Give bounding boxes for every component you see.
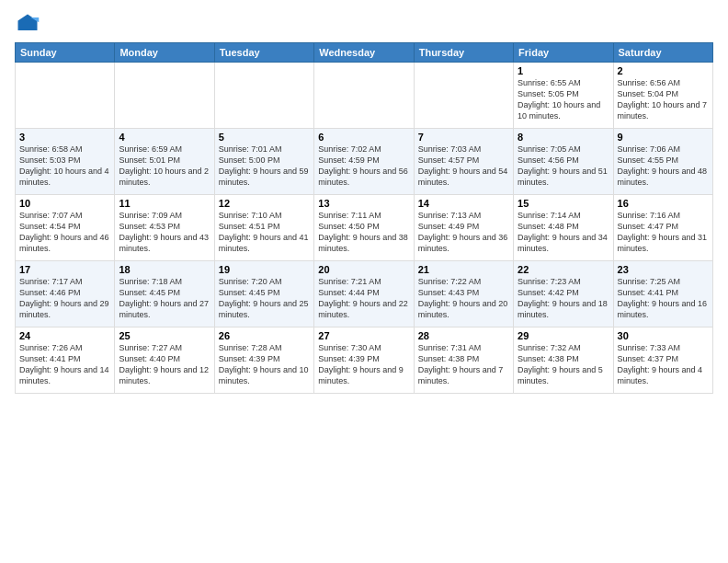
calendar-cell: 18Sunrise: 7:18 AM Sunset: 4:45 PM Dayli… (115, 261, 214, 327)
day-number: 6 (318, 132, 409, 143)
weekday-header: Tuesday (214, 43, 313, 63)
logo-icon (15, 11, 40, 37)
day-info: Sunrise: 7:31 AM Sunset: 4:38 PM Dayligh… (418, 342, 509, 387)
calendar-cell: 24Sunrise: 7:26 AM Sunset: 4:41 PM Dayli… (16, 327, 115, 394)
calendar-cell: 19Sunrise: 7:20 AM Sunset: 4:45 PM Dayli… (214, 261, 313, 327)
calendar-cell: 1Sunrise: 6:55 AM Sunset: 5:05 PM Daylig… (514, 63, 613, 129)
day-number: 1 (518, 65, 609, 76)
header (15, 11, 713, 37)
day-info: Sunrise: 7:20 AM Sunset: 4:45 PM Dayligh… (219, 276, 310, 321)
calendar-cell: 5Sunrise: 7:01 AM Sunset: 5:00 PM Daylig… (214, 129, 313, 195)
day-info: Sunrise: 7:23 AM Sunset: 4:42 PM Dayligh… (518, 276, 609, 321)
calendar-header-row: SundayMondayTuesdayWednesdayThursdayFrid… (16, 43, 713, 63)
calendar-cell: 15Sunrise: 7:14 AM Sunset: 4:48 PM Dayli… (514, 195, 613, 261)
day-info: Sunrise: 7:03 AM Sunset: 4:57 PM Dayligh… (418, 144, 509, 189)
day-number: 20 (318, 264, 409, 275)
day-number: 30 (618, 330, 709, 341)
day-number: 7 (418, 132, 509, 143)
day-info: Sunrise: 7:26 AM Sunset: 4:41 PM Dayligh… (19, 342, 110, 387)
day-number: 5 (219, 132, 310, 143)
calendar-cell: 3Sunrise: 6:58 AM Sunset: 5:03 PM Daylig… (16, 129, 115, 195)
svg-marker-0 (18, 15, 38, 31)
day-info: Sunrise: 7:09 AM Sunset: 4:53 PM Dayligh… (119, 210, 210, 255)
day-number: 8 (518, 132, 609, 143)
day-number: 26 (219, 330, 310, 341)
calendar-cell: 12Sunrise: 7:10 AM Sunset: 4:51 PM Dayli… (214, 195, 313, 261)
day-info: Sunrise: 7:25 AM Sunset: 4:41 PM Dayligh… (618, 276, 709, 321)
day-number: 25 (119, 330, 210, 341)
day-info: Sunrise: 7:21 AM Sunset: 4:44 PM Dayligh… (318, 276, 409, 321)
calendar-cell (115, 63, 214, 129)
calendar-cell: 29Sunrise: 7:32 AM Sunset: 4:38 PM Dayli… (514, 327, 613, 394)
calendar-cell: 27Sunrise: 7:30 AM Sunset: 4:39 PM Dayli… (314, 327, 414, 394)
calendar-cell (214, 63, 313, 129)
day-info: Sunrise: 7:01 AM Sunset: 5:00 PM Dayligh… (219, 144, 310, 189)
day-number: 28 (418, 330, 509, 341)
calendar-cell: 9Sunrise: 7:06 AM Sunset: 4:55 PM Daylig… (613, 129, 712, 195)
day-info: Sunrise: 7:14 AM Sunset: 4:48 PM Dayligh… (518, 210, 609, 255)
day-info: Sunrise: 6:56 AM Sunset: 5:04 PM Dayligh… (618, 77, 709, 122)
day-info: Sunrise: 6:55 AM Sunset: 5:05 PM Dayligh… (518, 77, 609, 122)
day-number: 10 (19, 198, 110, 209)
day-info: Sunrise: 7:05 AM Sunset: 4:56 PM Dayligh… (518, 144, 609, 189)
calendar-cell: 6Sunrise: 7:02 AM Sunset: 4:59 PM Daylig… (314, 129, 414, 195)
day-info: Sunrise: 7:06 AM Sunset: 4:55 PM Dayligh… (618, 144, 709, 189)
calendar-week-row: 3Sunrise: 6:58 AM Sunset: 5:03 PM Daylig… (16, 129, 713, 195)
day-info: Sunrise: 7:32 AM Sunset: 4:38 PM Dayligh… (518, 342, 609, 387)
calendar-cell: 17Sunrise: 7:17 AM Sunset: 4:46 PM Dayli… (16, 261, 115, 327)
day-number: 12 (219, 198, 310, 209)
day-number: 17 (19, 264, 110, 275)
weekday-header: Sunday (16, 43, 115, 63)
calendar-cell (314, 63, 414, 129)
calendar-cell: 10Sunrise: 7:07 AM Sunset: 4:54 PM Dayli… (16, 195, 115, 261)
calendar-cell: 23Sunrise: 7:25 AM Sunset: 4:41 PM Dayli… (613, 261, 712, 327)
day-info: Sunrise: 7:10 AM Sunset: 4:51 PM Dayligh… (219, 210, 310, 255)
day-number: 27 (318, 330, 409, 341)
calendar-cell: 25Sunrise: 7:27 AM Sunset: 4:40 PM Dayli… (115, 327, 214, 394)
day-info: Sunrise: 6:58 AM Sunset: 5:03 PM Dayligh… (19, 144, 110, 189)
day-info: Sunrise: 7:28 AM Sunset: 4:39 PM Dayligh… (219, 342, 310, 387)
calendar-cell (16, 63, 115, 129)
weekday-header: Thursday (414, 43, 513, 63)
day-number: 22 (518, 264, 609, 275)
calendar-week-row: 10Sunrise: 7:07 AM Sunset: 4:54 PM Dayli… (16, 195, 713, 261)
weekday-header: Wednesday (314, 43, 414, 63)
calendar-cell: 4Sunrise: 6:59 AM Sunset: 5:01 PM Daylig… (115, 129, 214, 195)
calendar-cell: 13Sunrise: 7:11 AM Sunset: 4:50 PM Dayli… (314, 195, 414, 261)
calendar-cell: 2Sunrise: 6:56 AM Sunset: 5:04 PM Daylig… (613, 63, 712, 129)
calendar-cell: 7Sunrise: 7:03 AM Sunset: 4:57 PM Daylig… (414, 129, 513, 195)
day-info: Sunrise: 7:22 AM Sunset: 4:43 PM Dayligh… (418, 276, 509, 321)
weekday-header: Friday (514, 43, 613, 63)
day-number: 29 (518, 330, 609, 341)
day-number: 14 (418, 198, 509, 209)
day-number: 9 (618, 132, 709, 143)
day-info: Sunrise: 7:16 AM Sunset: 4:47 PM Dayligh… (618, 210, 709, 255)
calendar-cell: 21Sunrise: 7:22 AM Sunset: 4:43 PM Dayli… (414, 261, 513, 327)
day-number: 3 (19, 132, 110, 143)
day-info: Sunrise: 7:30 AM Sunset: 4:39 PM Dayligh… (318, 342, 409, 387)
day-info: Sunrise: 6:59 AM Sunset: 5:01 PM Dayligh… (119, 144, 210, 189)
calendar-cell: 14Sunrise: 7:13 AM Sunset: 4:49 PM Dayli… (414, 195, 513, 261)
day-info: Sunrise: 7:18 AM Sunset: 4:45 PM Dayligh… (119, 276, 210, 321)
calendar-cell: 28Sunrise: 7:31 AM Sunset: 4:38 PM Dayli… (414, 327, 513, 394)
logo (15, 11, 44, 37)
day-number: 19 (219, 264, 310, 275)
day-number: 21 (418, 264, 509, 275)
day-info: Sunrise: 7:11 AM Sunset: 4:50 PM Dayligh… (318, 210, 409, 255)
day-number: 11 (119, 198, 210, 209)
calendar-cell: 22Sunrise: 7:23 AM Sunset: 4:42 PM Dayli… (514, 261, 613, 327)
calendar-cell: 8Sunrise: 7:05 AM Sunset: 4:56 PM Daylig… (514, 129, 613, 195)
calendar-week-row: 17Sunrise: 7:17 AM Sunset: 4:46 PM Dayli… (16, 261, 713, 327)
day-info: Sunrise: 7:17 AM Sunset: 4:46 PM Dayligh… (19, 276, 110, 321)
day-number: 23 (618, 264, 709, 275)
day-number: 18 (119, 264, 210, 275)
weekday-header: Monday (115, 43, 214, 63)
day-number: 4 (119, 132, 210, 143)
calendar-cell: 16Sunrise: 7:16 AM Sunset: 4:47 PM Dayli… (613, 195, 712, 261)
day-info: Sunrise: 7:07 AM Sunset: 4:54 PM Dayligh… (19, 210, 110, 255)
calendar-cell: 20Sunrise: 7:21 AM Sunset: 4:44 PM Dayli… (314, 261, 414, 327)
calendar-week-row: 24Sunrise: 7:26 AM Sunset: 4:41 PM Dayli… (16, 327, 713, 394)
page: SundayMondayTuesdayWednesdayThursdayFrid… (0, 0, 728, 563)
day-info: Sunrise: 7:13 AM Sunset: 4:49 PM Dayligh… (418, 210, 509, 255)
day-number: 13 (318, 198, 409, 209)
